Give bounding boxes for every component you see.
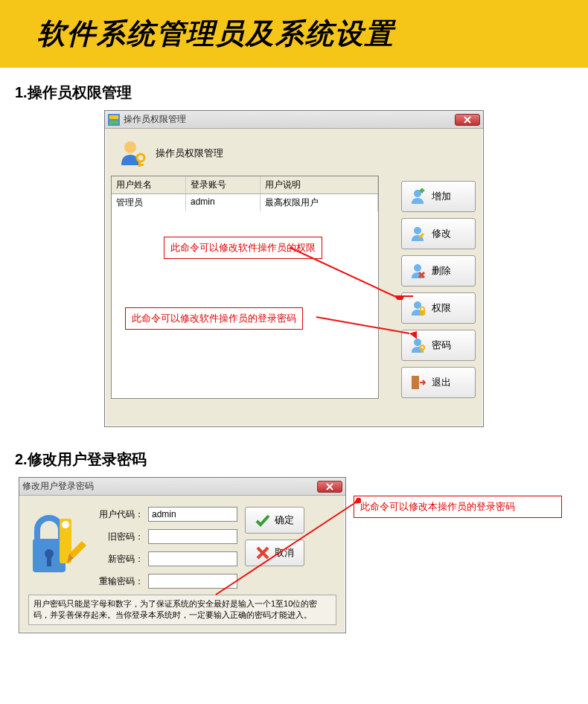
exit-icon <box>409 374 426 391</box>
close-button2[interactable] <box>317 481 342 493</box>
add-label: 增加 <box>432 190 451 203</box>
side-buttons: 增加 修改 删除 权限 密码 <box>401 181 476 398</box>
dialog2-container: 修改用户登录密码 用户代码： <box>19 477 569 663</box>
edit-button[interactable]: 修改 <box>401 218 476 249</box>
close-button[interactable] <box>455 114 480 126</box>
pwd-label: 密码 <box>432 339 451 352</box>
edit-label: 修改 <box>432 227 451 240</box>
table-row[interactable]: 管理员 admin 最高权限用户 <box>112 194 378 211</box>
table-header: 用户姓名 登录账号 用户说明 <box>112 176 378 194</box>
oldpwd-input[interactable] <box>148 529 237 544</box>
add-button[interactable]: 增加 <box>401 181 476 212</box>
section1-title: 1.操作员权限管理 <box>15 83 573 103</box>
svg-point-4 <box>137 154 144 161</box>
delete-user-icon <box>409 263 426 279</box>
app-icon <box>108 114 120 126</box>
repwd-input[interactable] <box>148 574 237 589</box>
delete-label: 删除 <box>432 264 451 278</box>
svg-rect-15 <box>412 376 419 389</box>
usercode-input[interactable] <box>148 507 237 522</box>
cancel-label: 取消 <box>275 546 294 560</box>
close-icon <box>326 483 333 490</box>
svg-rect-6 <box>141 164 144 166</box>
user-key-icon <box>118 138 148 168</box>
key-user-icon <box>409 337 426 353</box>
col-account: 登录账号 <box>186 176 261 193</box>
button-column: 确定 取消 <box>245 503 304 589</box>
col-desc: 用户说明 <box>261 176 378 193</box>
window-title2: 修改用户登录密码 <box>22 480 317 493</box>
svg-rect-2 <box>109 121 118 124</box>
exit-label: 退出 <box>432 376 451 389</box>
lock-key-pencil-icon <box>28 513 88 580</box>
close-icon <box>464 116 471 124</box>
svg-point-9 <box>414 264 421 272</box>
page-title: 软件系统管理员及系统设置 <box>37 15 551 53</box>
newpwd-label: 新密码： <box>95 553 144 566</box>
annotation-pwd-dialog: 此命令可以修改本操作员的登录密码 <box>354 496 562 518</box>
col-username: 用户姓名 <box>112 176 186 193</box>
newpwd-input[interactable] <box>148 551 237 566</box>
x-icon <box>255 545 270 560</box>
cancel-button[interactable]: 取消 <box>245 540 304 566</box>
dialog1-container: 操作员权限管理 操作员权限管理 <box>104 110 484 427</box>
svg-rect-5 <box>138 161 141 167</box>
user-table[interactable]: 用户姓名 登录账号 用户说明 管理员 admin 最高权限用户 <box>111 176 379 399</box>
operator-permission-dialog: 操作员权限管理 操作员权限管理 <box>104 110 484 427</box>
svg-rect-21 <box>47 556 51 566</box>
edit-user-icon <box>409 225 426 242</box>
repwd-label: 重输密码： <box>95 575 144 588</box>
perm-label: 权限 <box>432 301 451 315</box>
ok-label: 确定 <box>275 513 294 527</box>
exit-button[interactable]: 退出 <box>401 367 476 398</box>
annotation-password: 此命令可以修改软件操作员的登录密码 <box>125 307 303 330</box>
password-hint: 用户密码只能是字母和数字，为了保证系统的安全最好是输入一个1至10位的密码，并妥… <box>28 595 336 625</box>
svg-rect-11 <box>420 310 425 315</box>
ok-button[interactable]: 确定 <box>245 507 304 534</box>
plus-user-icon <box>409 188 426 205</box>
section2-title: 2.修改用户登录密码 <box>15 449 573 470</box>
lock-user-icon <box>409 300 426 316</box>
titlebar[interactable]: 操作员权限管理 <box>105 111 483 129</box>
permission-button[interactable]: 权限 <box>401 292 476 324</box>
panel-title: 操作员权限管理 <box>156 147 223 160</box>
cell-account: admin <box>186 194 261 211</box>
svg-point-8 <box>414 227 421 234</box>
password-button[interactable]: 密码 <box>401 330 476 361</box>
oldpwd-label: 旧密码： <box>95 531 144 543</box>
header-banner: 软件系统管理员及系统设置 <box>0 0 588 68</box>
usercode-label: 用户代码： <box>95 508 144 521</box>
annotation-permission: 此命令可以修改软件操作员的权限 <box>164 237 322 259</box>
titlebar2[interactable]: 修改用户登录密码 <box>19 478 345 496</box>
svg-point-12 <box>414 339 421 346</box>
form: 用户代码： 旧密码： 新密码： 重输密码： <box>95 503 237 589</box>
svg-point-3 <box>124 141 136 153</box>
cell-desc: 最高权限用户 <box>261 194 378 211</box>
check-icon <box>255 513 270 528</box>
change-password-dialog: 修改用户登录密码 用户代码： <box>19 477 346 633</box>
cell-name: 管理员 <box>112 194 186 211</box>
svg-rect-1 <box>109 115 118 119</box>
panel-header: 操作员权限管理 <box>111 135 477 172</box>
window-title: 操作员权限管理 <box>124 113 455 126</box>
svg-point-23 <box>62 521 69 528</box>
delete-button[interactable]: 删除 <box>401 255 476 287</box>
svg-rect-14 <box>421 349 423 353</box>
